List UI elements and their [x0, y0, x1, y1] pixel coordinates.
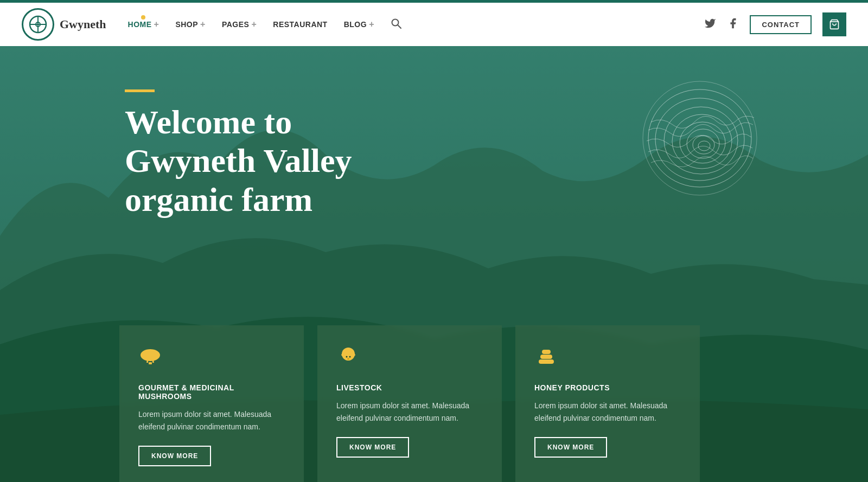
- nav-shop[interactable]: SHOP +: [175, 20, 206, 29]
- logo[interactable]: Gwyneth: [22, 8, 106, 41]
- card-honey-text: Lorem ipsum dolor sit amet. Malesuada el…: [534, 400, 681, 424]
- mushroom-icon: [138, 344, 285, 374]
- hero-title: Welcome to Gwyneth Valley organic farm: [125, 103, 450, 219]
- nav-blog[interactable]: BLOG +: [344, 20, 374, 29]
- honey-icon: [534, 344, 681, 374]
- svg-rect-26: [539, 359, 554, 364]
- card-mushrooms-text: Lorem ipsum dolor sit amet. Malesuada el…: [138, 408, 285, 433]
- logo-text: Gwyneth: [60, 17, 106, 31]
- hero-section: Welcome to Gwyneth Valley organic farm G…: [0, 46, 868, 482]
- navbar: Gwyneth HOME + SHOP + PAGES + RESTAURANT…: [0, 3, 868, 46]
- nav-right: CONTACT: [704, 12, 846, 36]
- nav-home[interactable]: HOME +: [128, 20, 159, 29]
- nav-pages[interactable]: PAGES +: [222, 20, 257, 29]
- card-honey-button[interactable]: KNOW MORE: [534, 437, 607, 458]
- sheep-icon: [336, 344, 483, 374]
- svg-rect-28: [542, 350, 551, 354]
- hero-accent-line: [125, 89, 155, 92]
- svg-line-5: [398, 25, 401, 28]
- card-livestock: LIVESTOCK Lorem ipsum dolor sit amet. Ma…: [317, 325, 502, 482]
- contact-button[interactable]: CONTACT: [750, 15, 812, 34]
- search-icon[interactable]: [391, 18, 401, 31]
- card-livestock-title: LIVESTOCK: [336, 383, 483, 392]
- svg-point-24: [349, 356, 351, 358]
- svg-point-20: [344, 354, 352, 361]
- card-honey-title: HONEY PRODUCTS: [534, 383, 681, 392]
- svg-rect-18: [149, 362, 152, 364]
- card-livestock-button[interactable]: KNOW MORE: [336, 437, 409, 458]
- card-mushrooms: GOURMET & MEDICINAL MUSHROOMS Lorem ipsu…: [119, 325, 304, 482]
- cart-button[interactable]: [822, 12, 846, 36]
- feature-cards-row: GOURMET & MEDICINAL MUSHROOMS Lorem ipsu…: [119, 325, 868, 482]
- nav-restaurant[interactable]: RESTAURANT: [273, 20, 327, 29]
- twitter-icon[interactable]: [704, 17, 716, 32]
- svg-point-25: [347, 358, 349, 359]
- card-mushrooms-title: GOURMET & MEDICINAL MUSHROOMS: [138, 383, 285, 401]
- hero-text-area: Welcome to Gwyneth Valley organic farm: [0, 46, 868, 219]
- card-honey: HONEY PRODUCTS Lorem ipsum dolor sit ame…: [515, 325, 700, 482]
- logo-icon: [22, 8, 54, 41]
- card-livestock-text: Lorem ipsum dolor sit amet. Malesuada el…: [336, 400, 483, 424]
- svg-point-23: [346, 356, 348, 358]
- facebook-icon[interactable]: [727, 17, 739, 32]
- svg-rect-27: [540, 355, 552, 359]
- nav-links: HOME + SHOP + PAGES + RESTAURANT BLOG +: [128, 18, 705, 31]
- hero-content: Welcome to Gwyneth Valley organic farm G…: [0, 46, 868, 482]
- card-mushrooms-button[interactable]: KNOW MORE: [138, 446, 211, 466]
